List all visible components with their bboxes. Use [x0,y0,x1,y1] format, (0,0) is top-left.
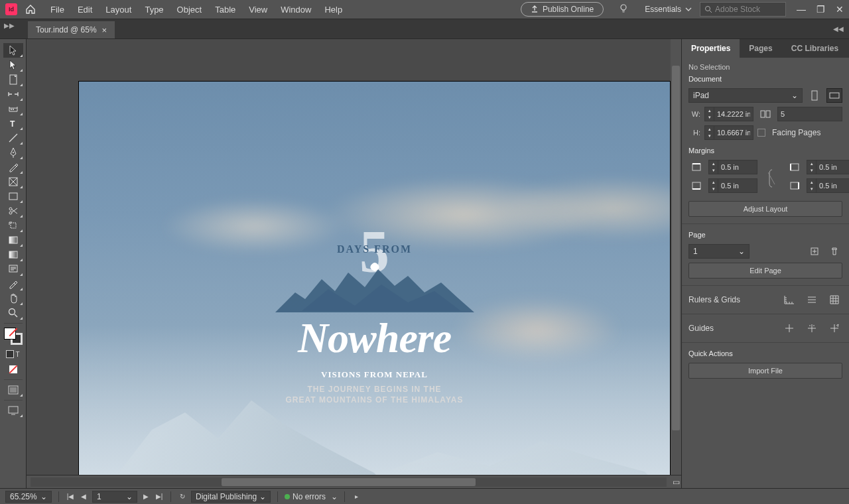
document-grid-icon[interactable] [826,292,842,307]
tab-pages[interactable]: Pages [740,39,781,58]
maximize-button[interactable]: ❐ [816,4,825,15]
zoom-tool[interactable] [3,306,23,320]
status-menu-button[interactable]: ▸ [352,493,361,500]
note-tool[interactable] [3,262,23,277]
publish-online-button[interactable]: Publish Online [521,2,604,17]
snap-guides-icon[interactable] [804,321,820,336]
margin-left-input[interactable]: ▴▾ [807,160,849,174]
zoom-dropdown[interactable]: 65.25%⌄ [5,491,52,503]
menu-help[interactable]: Help [318,2,349,17]
tab-cc-libraries[interactable]: CC Libraries [782,39,848,58]
last-page-button[interactable]: ▶| [155,493,164,500]
expand-panels-right-icon[interactable]: ◀◀ [833,25,844,32]
margin-top-input[interactable]: ▴▾ [708,160,757,174]
width-input[interactable]: ▴▾ [704,107,753,121]
intent-dropdown[interactable]: Digital Publishing⌄ [191,491,271,503]
type-tool[interactable]: T [3,116,23,131]
orientation-landscape-button[interactable] [826,88,842,103]
margin-bottom-input[interactable]: ▴▾ [708,178,757,193]
horizontal-scrollbar[interactable] [31,477,667,487]
gradient-feather-tool[interactable] [3,247,23,262]
next-page-button[interactable]: ▶ [141,493,151,500]
menu-edit[interactable]: Edit [71,2,99,17]
eyedropper-tool[interactable] [3,277,23,291]
pencil-tool[interactable] [3,160,23,174]
svg-rect-29 [791,164,799,170]
document-page[interactable]: 5 DAYS FROM Nowhere VISIONS FROM NEPAL T… [78,81,671,475]
smart-guides-icon[interactable] [826,321,842,336]
orientation-portrait-button[interactable] [807,88,822,103]
split-view-icon[interactable]: ▭ [671,477,681,487]
tab-properties[interactable]: Properties [682,39,740,58]
import-file-button[interactable]: Import File [688,363,842,379]
page-dropdown[interactable]: 1⌄ [688,244,750,259]
svg-rect-21 [830,93,839,98]
workspace-switcher[interactable]: Essentials [645,5,692,14]
vertical-scrollbar[interactable] [671,39,681,475]
menu-view[interactable]: View [242,2,274,17]
chevron-down-icon: ⌄ [331,492,338,501]
free-transform-tool[interactable] [3,218,23,233]
home-icon[interactable] [25,4,36,15]
first-page-button[interactable]: |◀ [66,493,75,500]
tab-close-icon[interactable]: × [102,25,107,35]
content-collector-tool[interactable] [3,101,23,116]
adjust-layout-button[interactable]: Adjust Layout [688,201,842,217]
properties-panel: Properties Pages CC Libraries No Selecti… [681,39,849,488]
workarea: T T [0,39,849,488]
delete-page-icon[interactable] [826,244,842,259]
gap-tool[interactable] [3,87,23,101]
stock-search[interactable]: Adobe Stock [700,2,786,17]
link-margins-icon[interactable] [768,168,776,188]
rulers-icon[interactable] [781,292,797,307]
margin-top-icon [688,160,704,174]
menu-file[interactable]: File [44,2,71,17]
rectangle-tool[interactable] [3,189,23,204]
container-format-toggle[interactable]: T [3,347,23,361]
hand-tool[interactable] [3,291,23,306]
margin-right-input[interactable]: ▴▾ [807,178,849,193]
menu-layout[interactable]: Layout [99,2,138,17]
prev-page-button[interactable]: ◀ [79,493,88,500]
open-dialog-icon[interactable]: ↻ [178,493,187,500]
expand-panels-left-icon[interactable]: ▶▶ [4,22,15,29]
svg-point-4 [13,109,14,110]
pages-count-input[interactable] [777,107,842,121]
page-nav-dropdown[interactable]: 1⌄ [92,491,137,503]
show-guides-icon[interactable] [781,321,797,336]
gradient-swatch-tool[interactable] [3,233,23,247]
svg-line-6 [9,134,17,142]
section-margins: Margins [688,147,842,155]
menu-table[interactable]: Table [208,2,242,17]
artwork-subtitle: VISIONS FROM NEPAL [269,369,481,380]
menu-type[interactable]: Type [138,2,170,17]
screen-mode-toggle[interactable] [3,403,23,418]
new-page-icon[interactable] [807,244,822,259]
scissors-tool[interactable] [3,204,23,218]
page-tool[interactable] [3,72,23,87]
document-tab[interactable]: Tour.indd @ 65% × [28,21,115,38]
menu-window[interactable]: Window [274,2,318,17]
apply-color-none[interactable] [3,362,23,377]
page-preset-dropdown[interactable]: iPad ⌄ [688,88,803,103]
selection-tool[interactable] [3,43,23,58]
view-mode-toggle[interactable] [3,383,23,397]
edit-page-button[interactable]: Edit Page [688,263,842,279]
facing-pages-checkbox[interactable] [757,129,765,137]
pen-tool[interactable] [3,145,23,160]
direct-selection-tool[interactable] [3,58,23,72]
baseline-grid-icon[interactable] [804,292,820,307]
line-tool[interactable] [3,131,23,145]
rectangle-frame-tool[interactable] [3,174,23,189]
preflight-status[interactable]: No errors⌄ [285,492,338,501]
menu-object[interactable]: Object [170,2,209,17]
height-input[interactable]: ▴▾ [704,125,753,140]
fill-stroke-swatch[interactable] [4,328,23,345]
artwork-mountain-icon [269,259,481,319]
canvas-viewport[interactable]: 5 DAYS FROM Nowhere VISIONS FROM NEPAL T… [27,39,681,475]
learn-icon[interactable] [618,3,630,15]
close-button[interactable]: ✕ [836,4,844,15]
svg-rect-9 [9,193,17,200]
minimize-button[interactable]: — [797,4,806,15]
chevron-down-icon [685,6,692,13]
